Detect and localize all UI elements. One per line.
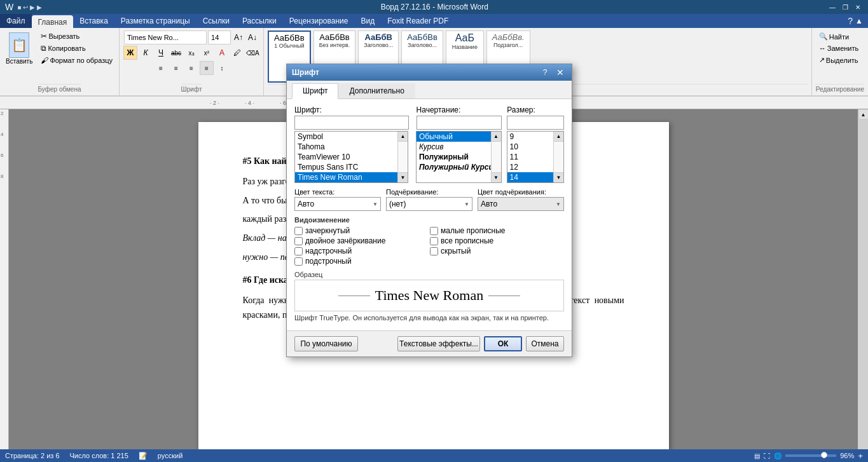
font-size-field[interactable]: 14: [507, 116, 564, 130]
strikethrough-button[interactable]: abc: [169, 46, 183, 60]
cancel-button[interactable]: Отмена: [526, 336, 564, 351]
ribbon-help-icon[interactable]: ?: [848, 16, 853, 26]
bold-button[interactable]: Ж: [123, 46, 137, 60]
vertical-scrollbar[interactable]: ▲ ▼: [858, 109, 868, 462]
line-spacing-btn[interactable]: ↕: [215, 61, 229, 75]
vertical-ruler: 2 4 6 8: [0, 109, 9, 462]
increase-font-button[interactable]: A↑: [232, 31, 245, 44]
text-effects-button[interactable]: Текстовые эффекты...: [397, 336, 480, 351]
small-caps-checkbox[interactable]: [430, 227, 438, 235]
font-list-item-tahoma[interactable]: Tahoma: [295, 142, 408, 152]
style-list-item-bolditalic[interactable]: Полужирный Курсив: [417, 162, 501, 172]
size-list-scroll-up[interactable]: ▲: [554, 132, 563, 142]
font-dialog-help-button[interactable]: ?: [539, 67, 551, 78]
restore-button[interactable]: ❐: [840, 3, 850, 11]
text-color-label: Цвет текста:: [294, 188, 381, 196]
font-tab-font[interactable]: Шрифт: [292, 83, 338, 99]
decrease-font-button[interactable]: A↓: [246, 31, 259, 44]
all-caps-checkbox[interactable]: [430, 237, 438, 245]
scroll-up-button[interactable]: ▲: [858, 109, 869, 119]
effect-superscript[interactable]: надстрочный: [294, 247, 429, 255]
font-name-label: Шрифт:: [294, 105, 322, 114]
font-tab-advanced[interactable]: Дополнительно: [338, 83, 415, 99]
font-size-input[interactable]: [208, 31, 231, 44]
italic-button[interactable]: К: [139, 46, 153, 60]
cut-button[interactable]: ✂Вырезать: [38, 31, 115, 42]
style-list[interactable]: Обычный Курсив Полужирный Полужирный Кур…: [417, 132, 501, 182]
justify-btn[interactable]: ≡: [200, 61, 214, 75]
clear-format-button[interactable]: ⌫A: [245, 46, 259, 60]
text-color-combo[interactable]: Авто ▼: [294, 197, 381, 211]
tab-refs[interactable]: Ссылки: [196, 14, 236, 28]
tab-view[interactable]: Вид: [354, 14, 381, 28]
font-style-field[interactable]: Обычный: [417, 116, 502, 130]
font-size-label: Размер:: [507, 105, 535, 114]
font-name-input[interactable]: [124, 31, 207, 44]
style-list-item-normal[interactable]: Обычный: [417, 132, 501, 142]
tab-mail[interactable]: Рассылки: [236, 14, 283, 28]
find-button[interactable]: 🔍Найти: [816, 31, 864, 43]
select-button[interactable]: ↗Выделить: [816, 54, 864, 66]
double-strikethrough-checkbox[interactable]: [294, 237, 303, 245]
close-button[interactable]: ✕: [853, 3, 863, 11]
tab-review[interactable]: Рецензирование: [283, 14, 355, 28]
tab-insert[interactable]: Вставка: [73, 14, 114, 28]
align-center-btn[interactable]: ≡: [169, 61, 183, 75]
font-dialog-close-button[interactable]: ✕: [554, 67, 567, 78]
effect-all-caps[interactable]: все прописные: [430, 236, 564, 245]
font-list-item-symbol[interactable]: Symbol: [295, 132, 408, 142]
copy-button[interactable]: ⧉Копировать: [38, 43, 115, 54]
spell-check-icon[interactable]: 📝: [139, 452, 148, 460]
paste-button[interactable]: 📋 Вставить: [4, 31, 34, 67]
superscript-button[interactable]: x²: [200, 46, 214, 60]
view-print-button[interactable]: ▤: [754, 452, 760, 459]
strikethrough-checkbox[interactable]: [294, 227, 303, 235]
subscript-checkbox[interactable]: [294, 257, 303, 266]
font-list-item-times[interactable]: Times New Roman: [295, 172, 408, 182]
format-painter-button[interactable]: 🖌Формат по образцу: [38, 55, 115, 66]
replace-button[interactable]: ↔Заменить: [816, 43, 864, 54]
language-indicator[interactable]: русский: [158, 452, 183, 459]
tab-home[interactable]: Главная: [32, 15, 74, 28]
effect-subscript[interactable]: подстрочный: [294, 257, 429, 266]
default-button[interactable]: По умолчанию: [294, 336, 358, 351]
font-list-scroll-up[interactable]: ▲: [398, 132, 408, 142]
underline-combo[interactable]: (нет) ▼: [386, 197, 472, 211]
effect-small-caps[interactable]: малые прописные: [430, 226, 564, 235]
style-list-scroll-down[interactable]: ▼: [492, 172, 501, 182]
clipboard-label: Буфер обмена: [38, 84, 81, 93]
font-name-field[interactable]: Times New Roman: [294, 116, 409, 130]
hidden-checkbox[interactable]: [430, 247, 438, 255]
ribbon-collapse-icon[interactable]: ▲: [855, 17, 863, 25]
ok-button[interactable]: ОК: [484, 336, 522, 351]
minimize-button[interactable]: —: [827, 3, 837, 11]
style-list-item-italic[interactable]: Курсив: [417, 142, 501, 152]
effect-strikethrough[interactable]: зачеркнутый: [294, 226, 429, 235]
font-list-item-teamviewer[interactable]: TeamViewer 10: [295, 152, 408, 162]
highlight-button[interactable]: 🖊: [230, 46, 244, 60]
style-list-item-bold[interactable]: Полужирный: [417, 152, 501, 162]
effect-double-strikethrough[interactable]: двойное зачёркивание: [294, 236, 429, 245]
style-list-scroll-up[interactable]: ▲: [492, 132, 501, 142]
tab-layout[interactable]: Разметка страницы: [114, 14, 196, 28]
underline-button[interactable]: Ч: [154, 46, 168, 60]
effects-section: Видоизменение зачеркнутый малые прописны…: [294, 216, 564, 266]
tab-foxit[interactable]: Foxit Reader PDF: [381, 14, 455, 28]
size-list-scroll-down[interactable]: ▼: [554, 172, 563, 182]
view-web-button[interactable]: 🌐: [774, 452, 782, 459]
align-left-btn[interactable]: ≡: [154, 61, 168, 75]
superscript-checkbox[interactable]: [294, 247, 303, 255]
subscript-button[interactable]: x₂: [184, 46, 198, 60]
font-list-scroll-down[interactable]: ▼: [398, 172, 408, 182]
font-list-item-tempus[interactable]: Tempus Sans ITC: [295, 162, 408, 172]
font-list[interactable]: Symbol Tahoma TeamViewer 10 Tempus Sans …: [295, 132, 408, 182]
tab-file[interactable]: Файл: [0, 14, 32, 28]
effect-hidden[interactable]: скрытый: [430, 247, 564, 255]
text-color-button[interactable]: A: [215, 46, 229, 60]
align-right-btn[interactable]: ≡: [184, 61, 198, 75]
underline-color-combo[interactable]: Авто ▼: [478, 197, 564, 211]
view-full-button[interactable]: ⛶: [764, 452, 770, 459]
preview-box: Times New Roman: [294, 280, 564, 311]
zoom-slider[interactable]: [785, 454, 836, 457]
zoom-in-button[interactable]: +: [858, 451, 863, 461]
